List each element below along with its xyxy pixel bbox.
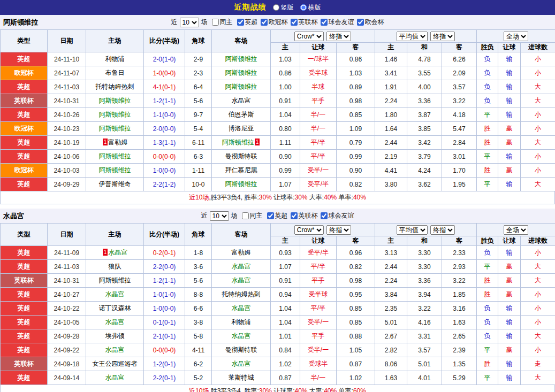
- home-team-cell[interactable]: 1水晶宫: [86, 246, 144, 260]
- league-checkbox[interactable]: [291, 212, 298, 219]
- score-cell[interactable]: 0-2(0-1): [144, 246, 185, 260]
- away-team-cell[interactable]: 阿斯顿维拉: [212, 66, 271, 80]
- match-count-select[interactable]: 10: [180, 18, 199, 27]
- team-link[interactable]: 水晶宫: [232, 304, 251, 312]
- home-team-cell[interactable]: 托特纳姆热刺: [86, 80, 144, 94]
- home-team-cell[interactable]: 伊普斯维奇: [86, 178, 144, 191]
- home-team-cell[interactable]: 女王公园巡游者: [86, 357, 144, 371]
- home-team-cell[interactable]: 水晶宫: [86, 371, 144, 385]
- team-link[interactable]: 女王公园巡游者: [93, 360, 138, 367]
- league-filter[interactable]: 英超: [237, 18, 258, 27]
- match-count-select[interactable]: 10: [210, 211, 229, 221]
- league-checkbox[interactable]: [261, 19, 268, 26]
- same-host-filter[interactable]: 同主: [242, 211, 263, 220]
- team-link[interactable]: 伊普斯维奇: [99, 180, 131, 188]
- score-cell[interactable]: 2-2(1-2): [144, 178, 185, 191]
- away-team-cell[interactable]: 莱斯特城: [212, 371, 271, 385]
- league-filter[interactable]: 球会友谊: [321, 18, 354, 27]
- team-link[interactable]: 狼队: [109, 263, 121, 270]
- score-cell[interactable]: 2-2(0-1): [144, 371, 185, 385]
- team-link[interactable]: 阿斯顿维拉: [225, 83, 257, 90]
- away-team-cell[interactable]: 托特纳姆热刺: [212, 288, 271, 302]
- bookmaker-select[interactable]: Crow*: [294, 32, 324, 41]
- average-select[interactable]: 平均值: [397, 32, 428, 41]
- score-cell[interactable]: 1-2(1-1): [144, 274, 185, 288]
- same-host-checkbox[interactable]: [242, 212, 249, 219]
- bookmaker-index-select[interactable]: 终指: [326, 225, 351, 235]
- league-checkbox[interactable]: [321, 19, 328, 26]
- away-team-cell[interactable]: 利物浦: [212, 316, 271, 329]
- home-team-cell[interactable]: 诺丁汉森林: [86, 302, 144, 316]
- team-link[interactable]: 利物浦: [105, 55, 125, 63]
- away-team-cell[interactable]: 水晶宫: [212, 302, 271, 316]
- away-team-cell[interactable]: 富勒姆: [212, 246, 271, 260]
- team-link[interactable]: 水晶宫: [232, 276, 251, 284]
- home-team-cell[interactable]: 阿斯顿维拉: [86, 122, 144, 136]
- home-team-cell[interactable]: 布鲁日: [86, 66, 144, 80]
- home-team-cell[interactable]: 阿斯顿维拉: [86, 164, 144, 178]
- score-cell[interactable]: 1-0(1-0): [144, 288, 185, 302]
- home-team-cell[interactable]: 狼队: [86, 260, 144, 274]
- team-link[interactable]: 水晶宫: [105, 318, 125, 326]
- score-cell[interactable]: 2-0(0-0): [144, 122, 185, 136]
- score-cell[interactable]: 1-1(0-0): [144, 108, 185, 122]
- league-checkbox[interactable]: [237, 19, 244, 26]
- away-team-cell[interactable]: 水晶宫: [212, 357, 271, 371]
- away-team-cell[interactable]: 阿斯顿维拉1: [212, 136, 271, 150]
- team-link[interactable]: 水晶宫: [105, 346, 125, 353]
- same-host-filter[interactable]: 同主: [212, 18, 233, 27]
- team-link[interactable]: 托特纳姆热刺: [96, 83, 134, 90]
- score-cell[interactable]: 2-1(0-1): [144, 329, 185, 343]
- league-filter[interactable]: 英联杯: [291, 211, 318, 220]
- team-link[interactable]: 阿斯顿维拉: [99, 152, 131, 160]
- score-cell[interactable]: 1-0(0-0): [144, 66, 185, 80]
- bookmaker-select[interactable]: Crow*: [294, 225, 324, 235]
- score-cell[interactable]: 1-2(0-1): [144, 357, 185, 371]
- league-filter[interactable]: 球会友谊: [321, 211, 354, 220]
- home-team-cell[interactable]: 1富勒姆: [86, 136, 144, 150]
- layout-option-vertical[interactable]: 竖版: [273, 3, 294, 12]
- team-link[interactable]: 伯恩茅斯: [229, 111, 254, 118]
- away-team-cell[interactable]: 水晶宫: [212, 94, 271, 108]
- away-team-cell[interactable]: 曼彻斯特联: [212, 343, 271, 357]
- away-team-cell[interactable]: 水晶宫: [212, 329, 271, 343]
- score-cell[interactable]: 0-0(0-0): [144, 343, 185, 357]
- home-team-cell[interactable]: 阿斯顿维拉: [86, 274, 144, 288]
- home-team-cell[interactable]: 阿斯顿维拉: [86, 150, 144, 164]
- team-link[interactable]: 水晶宫: [232, 97, 251, 104]
- home-team-cell[interactable]: 利物浦: [86, 52, 144, 66]
- away-team-cell[interactable]: 阿斯顿维拉: [212, 178, 271, 191]
- same-host-checkbox[interactable]: [212, 19, 219, 26]
- team-link[interactable]: 拜仁慕尼黑: [225, 166, 257, 174]
- vertical-radio[interactable]: [273, 4, 279, 11]
- team-link[interactable]: 阿斯顿维拉: [222, 139, 254, 146]
- away-team-cell[interactable]: 拜仁慕尼黑: [212, 164, 271, 178]
- team-link[interactable]: 曼彻斯特联: [225, 346, 257, 353]
- team-link[interactable]: 阿斯顿维拉: [99, 166, 131, 174]
- team-link[interactable]: 富勒姆: [232, 249, 251, 256]
- home-team-cell[interactable]: 阿斯顿维拉: [86, 94, 144, 108]
- team-link[interactable]: 水晶宫: [232, 263, 251, 270]
- league-checkbox[interactable]: [357, 19, 364, 26]
- team-link[interactable]: 阿斯顿维拉: [99, 276, 131, 284]
- score-cell[interactable]: 1-0(0-0): [144, 164, 185, 178]
- team-link[interactable]: 埃弗顿: [105, 332, 125, 340]
- score-cell[interactable]: 4-1(0-1): [144, 80, 185, 94]
- team-link[interactable]: 阿斯顿维拉: [225, 180, 257, 188]
- scope-select[interactable]: 全场: [504, 32, 528, 41]
- home-team-cell[interactable]: 水晶宫: [86, 316, 144, 329]
- away-team-cell[interactable]: 水晶宫: [212, 260, 271, 274]
- team-link[interactable]: 诺丁汉森林: [99, 304, 131, 312]
- team-link[interactable]: 水晶宫: [232, 360, 251, 367]
- team-link[interactable]: 水晶宫: [232, 332, 251, 340]
- average-index-select[interactable]: 终指: [430, 225, 455, 235]
- away-team-cell[interactable]: 伯恩茅斯: [212, 108, 271, 122]
- team-link[interactable]: 阿斯顿维拉: [99, 97, 131, 104]
- league-checkbox[interactable]: [267, 212, 274, 219]
- average-select[interactable]: 平均值: [397, 225, 428, 235]
- score-cell[interactable]: 1-3(1-1): [144, 136, 185, 150]
- team-link[interactable]: 水晶宫: [105, 374, 125, 381]
- team-link[interactable]: 阿斯顿维拉: [225, 69, 257, 76]
- away-team-cell[interactable]: 阿斯顿维拉: [212, 52, 271, 66]
- team-link[interactable]: 莱斯特城: [229, 374, 254, 381]
